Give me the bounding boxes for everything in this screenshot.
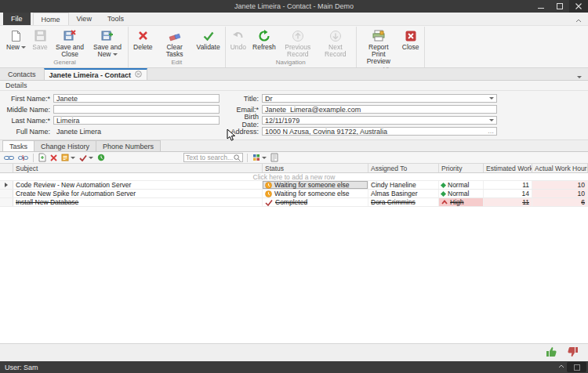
title-field[interactable]: Dr bbox=[262, 94, 497, 103]
middle-name-field[interactable] bbox=[53, 105, 220, 114]
refresh-button[interactable]: Refresh bbox=[249, 27, 279, 51]
thumbs-down-button[interactable] bbox=[566, 346, 579, 360]
waiting-status-icon bbox=[265, 182, 272, 189]
priority-normal-icon bbox=[441, 182, 446, 187]
thumbs-up-button[interactable] bbox=[546, 346, 558, 360]
save-and-new-icon bbox=[101, 28, 114, 43]
unlink-task-button[interactable] bbox=[17, 153, 29, 163]
column-header-subject[interactable]: Subject bbox=[13, 164, 263, 172]
full-name-label: Full Name: bbox=[5, 128, 53, 136]
delete-task-button[interactable] bbox=[49, 153, 58, 163]
tab-tools[interactable]: Tools bbox=[100, 13, 132, 25]
tab-phone-numbers[interactable]: Phone Numbers bbox=[96, 140, 161, 151]
column-header-actual[interactable]: Actual Work Hours bbox=[532, 164, 588, 172]
statusbar-expand-icon[interactable] bbox=[558, 364, 564, 368]
dropdown-caret-icon[interactable] bbox=[489, 119, 494, 121]
title-label: Title: bbox=[226, 95, 262, 103]
refresh-icon bbox=[258, 28, 270, 43]
new-button[interactable]: New bbox=[3, 27, 29, 51]
thumbs-up-icon bbox=[546, 346, 558, 358]
ribbon: New Save Save and Close Save and New Gen… bbox=[0, 26, 588, 68]
address-browse-button[interactable]: … bbox=[485, 128, 494, 135]
new-row-hint[interactable]: Click here to add a new row bbox=[0, 173, 588, 181]
clear-tasks-button[interactable]: Clear Tasks bbox=[156, 27, 194, 58]
thumbs-down-icon bbox=[566, 346, 579, 358]
feedback-band bbox=[0, 344, 588, 361]
new-task-icon bbox=[38, 153, 46, 162]
document-tab-row: Contacts Janete Limeira - Contact bbox=[0, 68, 588, 81]
statusbar: User: Sam bbox=[0, 361, 588, 373]
link-icon bbox=[4, 154, 14, 161]
ribbon-collapse-button[interactable] bbox=[575, 16, 582, 24]
waiting-status-icon bbox=[265, 190, 272, 197]
delete-icon bbox=[138, 28, 148, 43]
tab-home[interactable]: Home bbox=[33, 13, 69, 25]
tab-change-history[interactable]: Change History bbox=[34, 140, 96, 151]
link-task-button[interactable] bbox=[3, 153, 15, 163]
middle-name-label: Middle Name: bbox=[5, 106, 53, 114]
tab-close-icon[interactable] bbox=[135, 71, 142, 79]
new-task-button[interactable] bbox=[38, 153, 47, 163]
save-button[interactable]: Save bbox=[29, 27, 51, 51]
column-header-assigned-to[interactable]: Assigned To bbox=[368, 164, 439, 172]
tab-list-dropdown-button[interactable] bbox=[575, 73, 582, 81]
corner-overlay[interactable] bbox=[567, 362, 586, 372]
address-field[interactable]: 1000 N Azusa, Covina 91722, Australia… bbox=[262, 127, 497, 136]
column-header-priority[interactable]: Priority bbox=[439, 164, 484, 172]
dropdown-caret-icon[interactable] bbox=[489, 97, 494, 100]
column-header-status[interactable]: Status bbox=[263, 164, 368, 172]
report-print-preview-button[interactable]: Report Print Preview bbox=[358, 27, 399, 65]
delete-button[interactable]: Delete bbox=[130, 27, 156, 51]
birth-date-field[interactable]: 12/11/1979 bbox=[262, 116, 497, 125]
detail-tabs: Tasks Change History Phone Numbers bbox=[0, 140, 588, 152]
close-view-button[interactable]: Close bbox=[399, 27, 423, 51]
export-menu-button[interactable] bbox=[252, 153, 267, 163]
doc-tab-contacts[interactable]: Contacts bbox=[0, 68, 44, 80]
table-row[interactable]: Code Review - New Automation Server Wait… bbox=[0, 181, 588, 190]
grid-header: Subject Status Assigned To Priority Esti… bbox=[0, 164, 588, 173]
delete-task-icon bbox=[50, 154, 57, 161]
tab-file[interactable]: File bbox=[3, 13, 31, 25]
next-record-button[interactable]: Next Record bbox=[317, 27, 354, 58]
previous-record-button[interactable]: Previous Record bbox=[279, 27, 317, 58]
undo-button[interactable]: Undo bbox=[227, 27, 249, 51]
ribbon-group-view: Report Print Preview Close View bbox=[357, 27, 425, 67]
last-name-field[interactable]: Limeira bbox=[53, 116, 220, 125]
table-row[interactable]: Create New Spike for Automation Server W… bbox=[0, 190, 588, 198]
column-header-estimated[interactable]: Estimated Work H... bbox=[484, 164, 532, 172]
window-buttons bbox=[532, 0, 588, 13]
last-name-label: Last Name:* bbox=[5, 117, 53, 125]
ribbon-group-label: Edit bbox=[130, 58, 223, 67]
task-status-menu-button[interactable] bbox=[60, 153, 76, 163]
mark-complete-menu-button[interactable] bbox=[78, 153, 94, 163]
current-row-indicator bbox=[0, 181, 13, 189]
save-and-new-button[interactable]: Save and New bbox=[89, 27, 126, 58]
task-search-input[interactable]: Text to search... bbox=[183, 153, 243, 162]
close-window-button[interactable] bbox=[569, 0, 588, 13]
first-name-field[interactable]: Janete bbox=[53, 94, 220, 103]
doc-tab-active[interactable]: Janete Limeira - Contact bbox=[44, 68, 148, 80]
print-preview-button[interactable] bbox=[270, 153, 279, 163]
chevron-up-icon bbox=[575, 19, 582, 23]
report-print-preview-icon bbox=[372, 28, 385, 43]
dropdown-caret-icon bbox=[577, 76, 582, 78]
schedule-task-button[interactable] bbox=[96, 153, 106, 163]
save-and-close-button[interactable]: Save and Close bbox=[51, 27, 89, 58]
minimize-button[interactable] bbox=[532, 0, 550, 13]
maximize-button[interactable] bbox=[550, 0, 569, 13]
address-label: Address: bbox=[226, 128, 262, 136]
table-row[interactable]: Install New Database Completed Dora Crim… bbox=[0, 198, 588, 207]
ribbon-group-general: New Save Save and Close Save and New Gen… bbox=[2, 27, 129, 67]
tab-view[interactable]: View bbox=[69, 13, 100, 25]
validate-button[interactable]: Validate bbox=[194, 27, 223, 51]
grid-empty-area bbox=[0, 207, 588, 343]
ribbon-group-navigation: Undo Refresh Previous Record Next Record… bbox=[226, 27, 357, 67]
titlebar: Janete Limeira - Contact - Main Demo bbox=[0, 0, 588, 13]
close-view-icon bbox=[405, 28, 416, 43]
details-section-header[interactable]: Details bbox=[0, 81, 588, 91]
tab-tasks[interactable]: Tasks bbox=[2, 140, 34, 151]
ribbon-group-label: Navigation bbox=[227, 58, 354, 67]
minimize-icon bbox=[538, 3, 544, 9]
email-field[interactable]: Janete_Limera@example.com bbox=[262, 105, 497, 114]
completed-status-icon bbox=[265, 199, 273, 206]
